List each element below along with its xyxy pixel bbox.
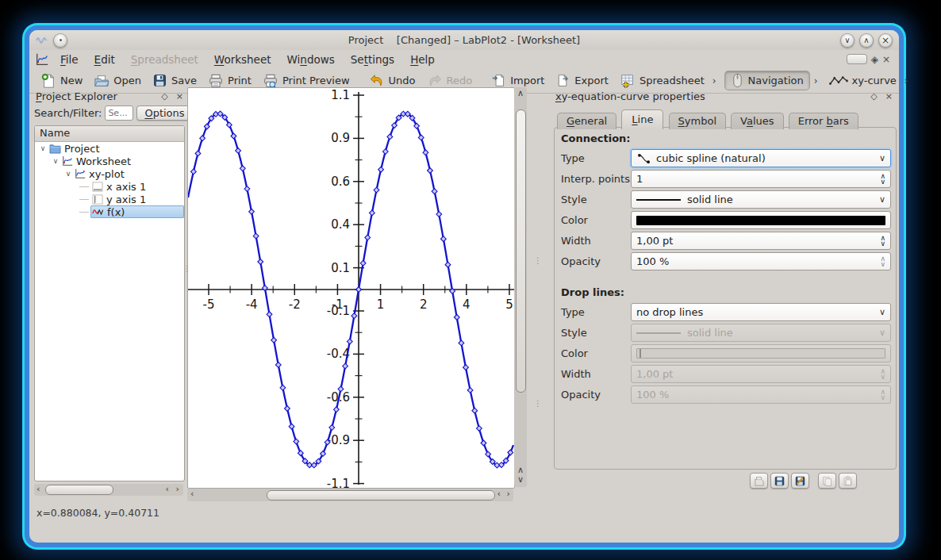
project-tree-hscrollbar[interactable]: ‹ ‹ ›	[34, 484, 183, 496]
svg-text:1.1: 1.1	[331, 88, 350, 102]
save-template-button[interactable]	[770, 473, 789, 489]
toolbar-extension-chevron[interactable]: ›	[905, 75, 908, 86]
tree-item-x-axis-1[interactable]: x axis 1	[35, 180, 184, 193]
search-filter-label: Search/Filter:	[34, 107, 102, 119]
curve-properties-dock: xy-equation-curve properties ◇ × General…	[552, 89, 897, 533]
tab-general[interactable]: General	[557, 113, 616, 129]
plot-canvas[interactable]: -5-4-2-112451.10.90.60.40.1-0.1-0.4-0.6-…	[188, 88, 514, 488]
dock-close-icon[interactable]: ×	[176, 91, 183, 102]
drop-lines-type-combobox[interactable]: no drop lines∨	[631, 303, 891, 321]
menu-windows[interactable]: Windows	[279, 52, 343, 67]
mdi-restore-button[interactable]: ◈	[871, 54, 878, 65]
svg-text:0.6: 0.6	[331, 175, 350, 189]
svg-text:4: 4	[463, 297, 470, 312]
project-explorer-title: Project Explorer	[36, 90, 117, 102]
interp-points-spinbox[interactable]: 1∧∨	[631, 170, 891, 188]
menubar: File Edit Spreadsheet Worksheet Windows …	[29, 50, 899, 68]
window-menu-button[interactable]	[53, 33, 67, 48]
open-folder-icon	[94, 73, 109, 89]
menu-settings[interactable]: Settings	[343, 52, 402, 67]
tree-item-xy-plot[interactable]: ∨ xy-plot	[35, 167, 184, 180]
menu-edit[interactable]: Edit	[86, 52, 123, 67]
splitter-handle-right[interactable]: ⋮	[534, 399, 542, 408]
minimize-button[interactable]: ∨	[840, 33, 855, 48]
solid-line-glyph	[636, 332, 681, 334]
worksheet-view[interactable]: -5-4-2-112451.10.90.60.40.1-0.1-0.4-0.6-…	[187, 87, 515, 489]
xy-curve-icon	[829, 75, 848, 86]
worksheet-mdi-icon	[35, 52, 49, 67]
connection-style-label: Style	[561, 194, 631, 205]
tree-item-project[interactable]: ∨ Project	[35, 142, 184, 155]
save-template-as-icon	[795, 476, 805, 486]
titlebar: Project [Changed] – LabPlot2 - [Workshee…	[29, 30, 899, 50]
xy-curve-button[interactable]: xy-curve	[824, 73, 902, 88]
close-button[interactable]: ×	[878, 33, 893, 48]
folder-icon	[49, 144, 61, 154]
mouse-navigation-icon	[731, 73, 744, 88]
options-button[interactable]: Options	[136, 105, 192, 121]
load-template-button[interactable]	[750, 473, 768, 489]
new-button[interactable]: New	[35, 71, 88, 90]
import-icon	[491, 73, 506, 88]
dock-float-icon[interactable]: ◇	[870, 91, 877, 102]
status-bar: x=0.880084, y=0.40711	[36, 507, 159, 519]
drop-lines-color-button	[631, 344, 891, 362]
svg-text:-1.1: -1.1	[327, 477, 350, 488]
search-filter-input[interactable]	[105, 105, 133, 121]
toolbar-extension-chevron[interactable]: ›	[712, 75, 716, 86]
project-tree: Name ∨ Project ∨ Worksheet ∨ xy-plot x a…	[34, 125, 185, 481]
svg-text:-5: -5	[203, 297, 215, 312]
open-button[interactable]: Open	[88, 71, 147, 90]
drop-lines-heading: Drop lines:	[561, 286, 896, 298]
tree-item-fx[interactable]: f(x)	[35, 205, 184, 218]
worksheet-vscrollbar[interactable]: ∧ ∧ ∨	[514, 87, 527, 487]
toolbar-extension-chevron[interactable]: ›	[814, 75, 818, 86]
menu-help[interactable]: Help	[402, 52, 443, 67]
connection-color-label: Color	[561, 214, 631, 226]
worksheet-hscrollbar[interactable]: ‹ ‹ ›	[187, 489, 513, 501]
connection-style-combobox[interactable]: solid line∨	[631, 190, 891, 209]
menu-worksheet[interactable]: Worksheet	[206, 52, 279, 67]
new-document-icon	[40, 73, 56, 89]
tab-line[interactable]: Line	[621, 109, 663, 129]
tree-column-header-name[interactable]: Name	[35, 126, 184, 142]
interp-points-label: Interp. points	[561, 173, 631, 185]
dock-float-icon[interactable]: ◇	[161, 91, 167, 102]
menu-spreadsheet: Spreadsheet	[123, 52, 206, 67]
paste-properties-button	[839, 473, 857, 489]
svg-text:0.9: 0.9	[331, 131, 350, 145]
connection-heading: Connection:	[561, 132, 896, 144]
project-explorer-dock: Project Explorer ◇ × Search/Filter: Opti…	[33, 89, 186, 533]
copy-properties-button	[818, 473, 836, 489]
maximize-button[interactable]: ∧	[859, 33, 874, 48]
dock-close-icon[interactable]: ×	[885, 91, 893, 102]
navigation-button[interactable]: Navigation	[725, 71, 809, 90]
tree-item-y-axis-1[interactable]: y axis 1	[35, 193, 184, 205]
drop-lines-opacity-label: Opacity	[561, 389, 631, 401]
tree-item-worksheet[interactable]: ∨ Worksheet	[35, 155, 184, 167]
mdi-minimize-button[interactable]	[847, 54, 867, 64]
tab-error-bars[interactable]: Error bars	[789, 113, 858, 129]
save-template-as-button[interactable]	[791, 473, 809, 489]
splitter-handle-right[interactable]: ⋮	[534, 256, 542, 265]
tab-values[interactable]: Values	[731, 113, 783, 129]
connection-width-spinbox[interactable]: 1,00 pt∧∨	[631, 232, 891, 250]
connection-color-button[interactable]	[631, 211, 891, 229]
xy-plot-icon	[75, 168, 86, 179]
drop-lines-width-label: Width	[561, 368, 631, 380]
mdi-close-button[interactable]: ×	[882, 54, 890, 65]
connection-opacity-spinbox[interactable]: 100 %∧∨	[631, 252, 891, 270]
export-icon	[555, 73, 570, 88]
spline-icon	[636, 153, 651, 164]
menu-file[interactable]: File	[52, 52, 86, 67]
connection-type-combobox[interactable]: cubic spline (natural)∨	[631, 149, 891, 167]
export-button[interactable]: Export	[550, 71, 614, 90]
cursor-position-readout: x=0.880084, y=0.40711	[36, 507, 159, 519]
print-preview-icon	[263, 73, 278, 89]
tab-symbol[interactable]: Symbol	[669, 113, 726, 129]
spreadsheet-button[interactable]: Spreadsheet	[614, 71, 710, 90]
svg-text:-4: -4	[246, 297, 258, 312]
window-title: Project [Changed] – LabPlot2 - [Workshee…	[29, 34, 899, 46]
save-template-icon	[774, 476, 785, 486]
spreadsheet-icon	[620, 73, 636, 89]
